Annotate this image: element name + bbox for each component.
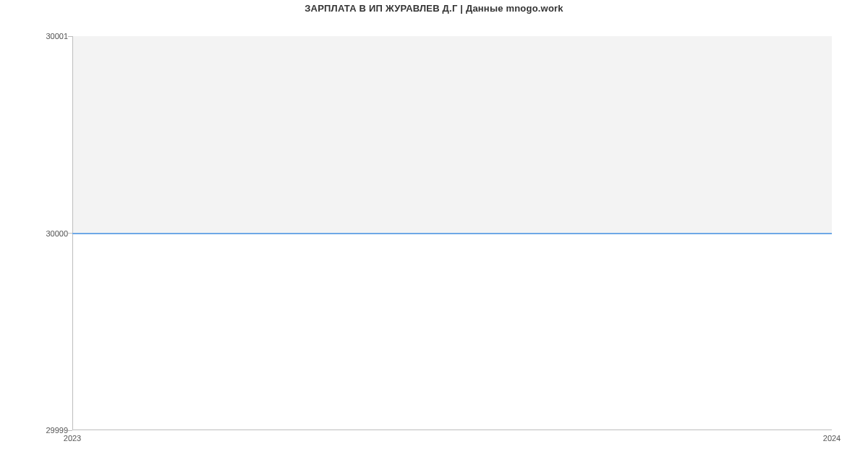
y-tick-label: 29999 bbox=[25, 426, 68, 435]
plot-area bbox=[72, 36, 832, 430]
x-tick-label: 2024 bbox=[823, 434, 841, 443]
x-tick-label: 2023 bbox=[64, 434, 81, 443]
y-tick bbox=[68, 430, 72, 431]
y-tick-label: 30001 bbox=[25, 32, 68, 40]
chart-title: ЗАРПЛАТА В ИП ЖУРАВЛЕВ Д.Г | Данные mnog… bbox=[0, 3, 868, 14]
y-tick bbox=[68, 233, 72, 234]
chart-container: ЗАРПЛАТА В ИП ЖУРАВЛЕВ Д.Г | Данные mnog… bbox=[0, 0, 868, 470]
y-tick bbox=[68, 36, 72, 37]
x-axis-line bbox=[72, 430, 832, 430]
plot-upper-shade bbox=[72, 36, 832, 234]
series-line bbox=[72, 233, 832, 234]
y-tick-label: 30000 bbox=[25, 229, 68, 238]
